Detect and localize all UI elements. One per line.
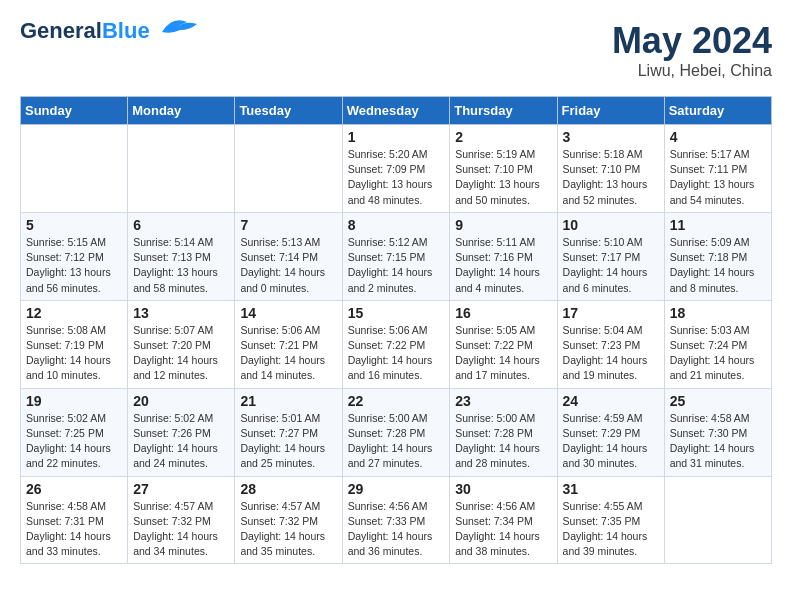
- day-number: 22: [348, 393, 445, 409]
- calendar-cell: 26Sunrise: 4:58 AMSunset: 7:31 PMDayligh…: [21, 476, 128, 564]
- day-info: Sunrise: 5:18 AMSunset: 7:10 PMDaylight:…: [563, 147, 659, 208]
- calendar-cell: 19Sunrise: 5:02 AMSunset: 7:25 PMDayligh…: [21, 388, 128, 476]
- day-header-saturday: Saturday: [664, 97, 771, 125]
- day-header-monday: Monday: [128, 97, 235, 125]
- calendar-title: May 2024: [612, 20, 772, 62]
- day-info: Sunrise: 5:17 AMSunset: 7:11 PMDaylight:…: [670, 147, 766, 208]
- day-number: 23: [455, 393, 551, 409]
- calendar-week-row: 19Sunrise: 5:02 AMSunset: 7:25 PMDayligh…: [21, 388, 772, 476]
- day-number: 3: [563, 129, 659, 145]
- calendar-week-row: 5Sunrise: 5:15 AMSunset: 7:12 PMDaylight…: [21, 212, 772, 300]
- day-number: 10: [563, 217, 659, 233]
- calendar-cell: [235, 125, 342, 213]
- day-number: 7: [240, 217, 336, 233]
- day-info: Sunrise: 5:02 AMSunset: 7:26 PMDaylight:…: [133, 411, 229, 472]
- day-info: Sunrise: 4:57 AMSunset: 7:32 PMDaylight:…: [240, 499, 336, 560]
- day-info: Sunrise: 5:06 AMSunset: 7:22 PMDaylight:…: [348, 323, 445, 384]
- day-number: 29: [348, 481, 445, 497]
- day-info: Sunrise: 5:09 AMSunset: 7:18 PMDaylight:…: [670, 235, 766, 296]
- calendar-week-row: 26Sunrise: 4:58 AMSunset: 7:31 PMDayligh…: [21, 476, 772, 564]
- day-number: 12: [26, 305, 122, 321]
- day-info: Sunrise: 5:15 AMSunset: 7:12 PMDaylight:…: [26, 235, 122, 296]
- day-info: Sunrise: 5:14 AMSunset: 7:13 PMDaylight:…: [133, 235, 229, 296]
- day-info: Sunrise: 5:12 AMSunset: 7:15 PMDaylight:…: [348, 235, 445, 296]
- day-info: Sunrise: 5:00 AMSunset: 7:28 PMDaylight:…: [455, 411, 551, 472]
- day-number: 6: [133, 217, 229, 233]
- calendar-cell: 10Sunrise: 5:10 AMSunset: 7:17 PMDayligh…: [557, 212, 664, 300]
- day-number: 18: [670, 305, 766, 321]
- day-header-tuesday: Tuesday: [235, 97, 342, 125]
- calendar-cell: 21Sunrise: 5:01 AMSunset: 7:27 PMDayligh…: [235, 388, 342, 476]
- day-number: 21: [240, 393, 336, 409]
- day-number: 9: [455, 217, 551, 233]
- day-number: 27: [133, 481, 229, 497]
- calendar-cell: 2Sunrise: 5:19 AMSunset: 7:10 PMDaylight…: [450, 125, 557, 213]
- day-info: Sunrise: 5:02 AMSunset: 7:25 PMDaylight:…: [26, 411, 122, 472]
- logo: GeneralBlue: [20, 20, 202, 42]
- day-info: Sunrise: 4:58 AMSunset: 7:31 PMDaylight:…: [26, 499, 122, 560]
- calendar-subtitle: Liwu, Hebei, China: [612, 62, 772, 80]
- day-info: Sunrise: 5:01 AMSunset: 7:27 PMDaylight:…: [240, 411, 336, 472]
- day-info: Sunrise: 5:19 AMSunset: 7:10 PMDaylight:…: [455, 147, 551, 208]
- day-header-thursday: Thursday: [450, 97, 557, 125]
- day-info: Sunrise: 5:07 AMSunset: 7:20 PMDaylight:…: [133, 323, 229, 384]
- calendar-cell: 11Sunrise: 5:09 AMSunset: 7:18 PMDayligh…: [664, 212, 771, 300]
- day-info: Sunrise: 4:56 AMSunset: 7:34 PMDaylight:…: [455, 499, 551, 560]
- title-block: May 2024 Liwu, Hebei, China: [612, 20, 772, 80]
- day-info: Sunrise: 5:13 AMSunset: 7:14 PMDaylight:…: [240, 235, 336, 296]
- calendar-cell: 13Sunrise: 5:07 AMSunset: 7:20 PMDayligh…: [128, 300, 235, 388]
- day-number: 11: [670, 217, 766, 233]
- calendar-cell: 4Sunrise: 5:17 AMSunset: 7:11 PMDaylight…: [664, 125, 771, 213]
- day-info: Sunrise: 4:59 AMSunset: 7:29 PMDaylight:…: [563, 411, 659, 472]
- day-info: Sunrise: 5:00 AMSunset: 7:28 PMDaylight:…: [348, 411, 445, 472]
- day-info: Sunrise: 4:58 AMSunset: 7:30 PMDaylight:…: [670, 411, 766, 472]
- day-number: 8: [348, 217, 445, 233]
- calendar-cell: 14Sunrise: 5:06 AMSunset: 7:21 PMDayligh…: [235, 300, 342, 388]
- calendar-header-row: SundayMondayTuesdayWednesdayThursdayFrid…: [21, 97, 772, 125]
- calendar-cell: [664, 476, 771, 564]
- day-number: 16: [455, 305, 551, 321]
- calendar-cell: 31Sunrise: 4:55 AMSunset: 7:35 PMDayligh…: [557, 476, 664, 564]
- calendar-cell: 18Sunrise: 5:03 AMSunset: 7:24 PMDayligh…: [664, 300, 771, 388]
- day-info: Sunrise: 4:56 AMSunset: 7:33 PMDaylight:…: [348, 499, 445, 560]
- day-number: 2: [455, 129, 551, 145]
- calendar-cell: 1Sunrise: 5:20 AMSunset: 7:09 PMDaylight…: [342, 125, 450, 213]
- calendar-cell: 27Sunrise: 4:57 AMSunset: 7:32 PMDayligh…: [128, 476, 235, 564]
- calendar-cell: 25Sunrise: 4:58 AMSunset: 7:30 PMDayligh…: [664, 388, 771, 476]
- day-header-wednesday: Wednesday: [342, 97, 450, 125]
- day-number: 28: [240, 481, 336, 497]
- calendar-week-row: 12Sunrise: 5:08 AMSunset: 7:19 PMDayligh…: [21, 300, 772, 388]
- day-info: Sunrise: 5:10 AMSunset: 7:17 PMDaylight:…: [563, 235, 659, 296]
- calendar-cell: 8Sunrise: 5:12 AMSunset: 7:15 PMDaylight…: [342, 212, 450, 300]
- day-number: 17: [563, 305, 659, 321]
- calendar-cell: 15Sunrise: 5:06 AMSunset: 7:22 PMDayligh…: [342, 300, 450, 388]
- day-info: Sunrise: 5:11 AMSunset: 7:16 PMDaylight:…: [455, 235, 551, 296]
- day-number: 26: [26, 481, 122, 497]
- day-number: 13: [133, 305, 229, 321]
- day-info: Sunrise: 4:55 AMSunset: 7:35 PMDaylight:…: [563, 499, 659, 560]
- calendar-cell: 5Sunrise: 5:15 AMSunset: 7:12 PMDaylight…: [21, 212, 128, 300]
- calendar-cell: 24Sunrise: 4:59 AMSunset: 7:29 PMDayligh…: [557, 388, 664, 476]
- day-info: Sunrise: 5:05 AMSunset: 7:22 PMDaylight:…: [455, 323, 551, 384]
- calendar-cell: 3Sunrise: 5:18 AMSunset: 7:10 PMDaylight…: [557, 125, 664, 213]
- day-info: Sunrise: 5:06 AMSunset: 7:21 PMDaylight:…: [240, 323, 336, 384]
- day-number: 31: [563, 481, 659, 497]
- calendar-cell: 16Sunrise: 5:05 AMSunset: 7:22 PMDayligh…: [450, 300, 557, 388]
- calendar-cell: 6Sunrise: 5:14 AMSunset: 7:13 PMDaylight…: [128, 212, 235, 300]
- calendar-cell: 7Sunrise: 5:13 AMSunset: 7:14 PMDaylight…: [235, 212, 342, 300]
- day-number: 14: [240, 305, 336, 321]
- day-header-sunday: Sunday: [21, 97, 128, 125]
- day-number: 1: [348, 129, 445, 145]
- calendar-cell: 30Sunrise: 4:56 AMSunset: 7:34 PMDayligh…: [450, 476, 557, 564]
- calendar-cell: [21, 125, 128, 213]
- calendar-cell: 12Sunrise: 5:08 AMSunset: 7:19 PMDayligh…: [21, 300, 128, 388]
- day-number: 20: [133, 393, 229, 409]
- day-info: Sunrise: 5:03 AMSunset: 7:24 PMDaylight:…: [670, 323, 766, 384]
- calendar-cell: 22Sunrise: 5:00 AMSunset: 7:28 PMDayligh…: [342, 388, 450, 476]
- day-number: 30: [455, 481, 551, 497]
- calendar-table: SundayMondayTuesdayWednesdayThursdayFrid…: [20, 96, 772, 564]
- day-number: 19: [26, 393, 122, 409]
- calendar-week-row: 1Sunrise: 5:20 AMSunset: 7:09 PMDaylight…: [21, 125, 772, 213]
- calendar-cell: 17Sunrise: 5:04 AMSunset: 7:23 PMDayligh…: [557, 300, 664, 388]
- day-number: 5: [26, 217, 122, 233]
